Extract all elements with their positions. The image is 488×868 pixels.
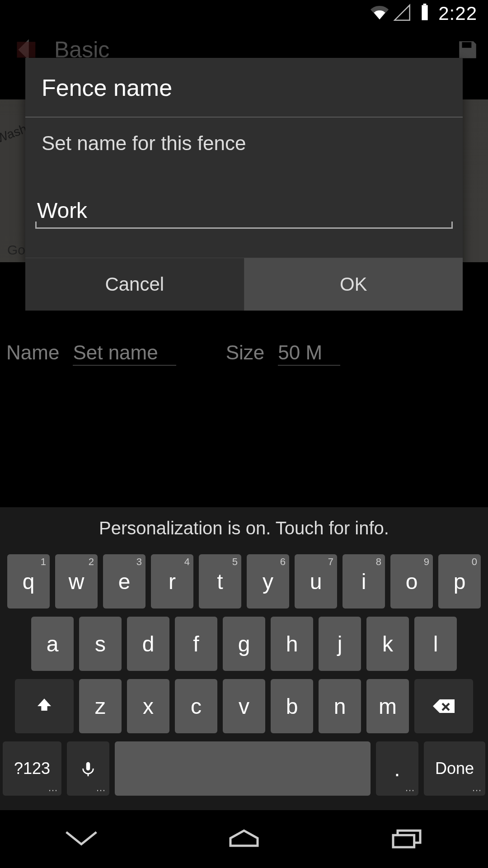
name-label: Name — [6, 341, 59, 364]
spacebar-key[interactable] — [115, 741, 371, 796]
wifi-icon — [371, 4, 389, 24]
svg-rect-1 — [423, 4, 427, 5]
key-n[interactable]: n — [319, 679, 361, 733]
cancel-button[interactable]: Cancel — [25, 258, 244, 311]
nav-bar — [0, 810, 488, 868]
name-value[interactable]: Set name — [73, 341, 158, 364]
dialog-message: Set name for this fence — [25, 118, 463, 195]
key-r[interactable]: r4 — [151, 554, 193, 609]
symbols-key[interactable]: ?123… — [3, 741, 61, 796]
key-w[interactable]: w2 — [55, 554, 98, 609]
key-e[interactable]: e3 — [103, 554, 145, 609]
backspace-key[interactable] — [414, 679, 473, 733]
key-k[interactable]: k — [366, 617, 409, 671]
ok-button[interactable]: OK — [244, 258, 463, 311]
key-i[interactable]: i8 — [343, 554, 385, 609]
status-bar: 2:22 — [0, 0, 488, 27]
status-time: 2:22 — [438, 3, 477, 24]
cell-signal-icon — [393, 4, 411, 24]
battery-icon — [416, 4, 434, 24]
key-u[interactable]: u7 — [295, 554, 337, 609]
keyboard-region: Personalization is on. Touch for info. q… — [0, 507, 488, 810]
map-road-label: Wash — [0, 122, 29, 146]
svg-rect-3 — [393, 835, 414, 847]
nav-recent-icon[interactable] — [389, 827, 425, 851]
svg-rect-0 — [422, 5, 428, 20]
key-x[interactable]: x — [127, 679, 169, 733]
key-p[interactable]: p0 — [438, 554, 481, 609]
keyboard: q1w2e3r4t5y6u7i8o9p0 asdfghjkl zxcvbnm ?… — [0, 549, 488, 810]
key-g[interactable]: g — [223, 617, 265, 671]
fence-name-dialog: Fence name Set name for this fence Cance… — [25, 58, 463, 311]
period-key[interactable]: .… — [376, 741, 418, 796]
size-value[interactable]: 50 M — [278, 341, 322, 364]
key-y[interactable]: y6 — [247, 554, 289, 609]
suggestion-bar[interactable]: Personalization is on. Touch for info. — [0, 507, 488, 549]
key-q[interactable]: q1 — [7, 554, 50, 609]
key-t[interactable]: t5 — [199, 554, 241, 609]
key-h[interactable]: h — [271, 617, 313, 671]
dialog-title: Fence name — [25, 58, 463, 117]
fence-name-input[interactable] — [35, 195, 453, 229]
map-attribution: Go — [7, 242, 25, 258]
fence-name-input-wrap — [35, 195, 453, 229]
nav-home-icon[interactable] — [226, 827, 262, 851]
key-s[interactable]: s — [79, 617, 122, 671]
key-f[interactable]: f — [175, 617, 217, 671]
key-o[interactable]: o9 — [390, 554, 433, 609]
done-key[interactable]: Done… — [424, 741, 485, 796]
key-b[interactable]: b — [271, 679, 313, 733]
key-d[interactable]: d — [127, 617, 169, 671]
field-row: Name Set name Size 50 M — [0, 335, 488, 371]
key-l[interactable]: l — [414, 617, 457, 671]
dialog-buttons: Cancel OK — [25, 258, 463, 311]
shift-key[interactable] — [15, 679, 74, 733]
mic-key[interactable]: … — [67, 741, 109, 796]
key-c[interactable]: c — [175, 679, 217, 733]
nav-back-icon[interactable] — [63, 827, 99, 851]
key-z[interactable]: z — [79, 679, 122, 733]
svg-rect-2 — [17, 42, 36, 58]
key-v[interactable]: v — [223, 679, 265, 733]
key-m[interactable]: m — [366, 679, 409, 733]
size-label: Size — [226, 341, 265, 364]
key-j[interactable]: j — [319, 617, 361, 671]
key-a[interactable]: a — [31, 617, 74, 671]
